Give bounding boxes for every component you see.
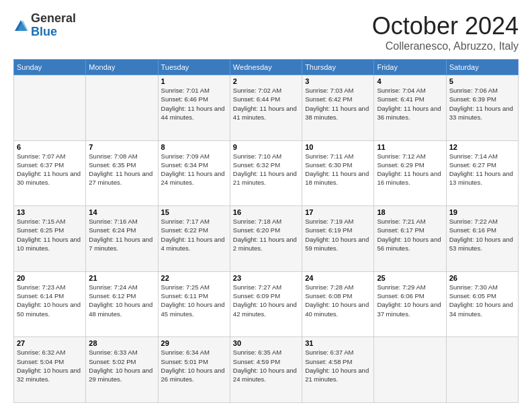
day-info: Sunrise: 6:35 AM Sunset: 4:59 PM Dayligh…	[233, 348, 299, 383]
day-number: 20	[17, 274, 83, 282]
day-number: 5	[449, 77, 515, 85]
day-info: Sunrise: 7:04 AM Sunset: 6:41 PM Dayligh…	[377, 86, 443, 122]
logo-text: General Blue	[31, 12, 76, 39]
calendar-cell: 21Sunrise: 7:24 AM Sunset: 6:12 PM Dayli…	[86, 271, 158, 337]
calendar-cell: 2Sunrise: 7:02 AM Sunset: 6:44 PM Daylig…	[230, 75, 302, 141]
day-number: 21	[89, 274, 154, 282]
day-number: 9	[233, 143, 299, 151]
calendar-cell: 27Sunrise: 6:32 AM Sunset: 5:04 PM Dayli…	[14, 337, 86, 403]
day-info: Sunrise: 7:24 AM Sunset: 6:12 PM Dayligh…	[89, 283, 154, 318]
day-number: 7	[89, 143, 154, 151]
week-row-5: 27Sunrise: 6:32 AM Sunset: 5:04 PM Dayli…	[14, 337, 519, 403]
day-info: Sunrise: 7:25 AM Sunset: 6:11 PM Dayligh…	[161, 283, 227, 318]
calendar-cell: 24Sunrise: 7:28 AM Sunset: 6:08 PM Dayli…	[302, 271, 374, 337]
page: General Blue October 2024 Colleranesco, …	[0, 0, 532, 411]
day-info: Sunrise: 7:09 AM Sunset: 6:34 PM Dayligh…	[161, 152, 227, 187]
day-number: 29	[161, 339, 227, 347]
week-row-1: 1Sunrise: 7:01 AM Sunset: 6:46 PM Daylig…	[14, 75, 519, 141]
calendar-table: Sunday Monday Tuesday Wednesday Thursday…	[13, 59, 519, 403]
calendar-cell: 20Sunrise: 7:23 AM Sunset: 6:14 PM Dayli…	[14, 271, 86, 337]
day-number: 23	[233, 274, 299, 282]
day-number: 6	[17, 143, 83, 151]
calendar-cell: 12Sunrise: 7:14 AM Sunset: 6:27 PM Dayli…	[446, 140, 518, 206]
calendar-cell: 6Sunrise: 7:07 AM Sunset: 6:37 PM Daylig…	[14, 140, 86, 206]
day-number: 18	[377, 208, 443, 216]
day-info: Sunrise: 7:16 AM Sunset: 6:24 PM Dayligh…	[89, 217, 154, 253]
header-saturday: Saturday	[446, 60, 518, 75]
calendar-cell: 11Sunrise: 7:12 AM Sunset: 6:29 PM Dayli…	[374, 140, 446, 206]
day-number: 22	[161, 274, 227, 282]
calendar-cell: 25Sunrise: 7:29 AM Sunset: 6:06 PM Dayli…	[374, 271, 446, 337]
day-info: Sunrise: 7:29 AM Sunset: 6:06 PM Dayligh…	[377, 283, 443, 318]
day-number: 30	[233, 339, 299, 347]
day-number: 3	[305, 77, 371, 85]
day-info: Sunrise: 7:12 AM Sunset: 6:29 PM Dayligh…	[377, 152, 443, 187]
calendar-cell: 28Sunrise: 6:33 AM Sunset: 5:02 PM Dayli…	[86, 337, 158, 403]
calendar-cell: 17Sunrise: 7:19 AM Sunset: 6:19 PM Dayli…	[302, 206, 374, 272]
calendar-cell: 29Sunrise: 6:34 AM Sunset: 5:01 PM Dayli…	[158, 337, 230, 403]
day-info: Sunrise: 7:06 AM Sunset: 6:39 PM Dayligh…	[449, 86, 515, 122]
day-number: 31	[305, 339, 371, 347]
day-number: 4	[377, 77, 443, 85]
header-tuesday: Tuesday	[158, 60, 230, 75]
header-wednesday: Wednesday	[230, 60, 302, 75]
day-number: 2	[233, 77, 299, 85]
title-area: October 2024 Colleranesco, Abruzzo, Ital…	[372, 12, 519, 52]
day-info: Sunrise: 7:08 AM Sunset: 6:35 PM Dayligh…	[89, 152, 154, 187]
day-info: Sunrise: 7:11 AM Sunset: 6:30 PM Dayligh…	[305, 152, 371, 187]
day-number: 15	[161, 208, 227, 216]
month-title: October 2024	[372, 12, 519, 40]
day-info: Sunrise: 7:22 AM Sunset: 6:16 PM Dayligh…	[449, 217, 515, 253]
day-number: 10	[305, 143, 371, 151]
week-row-4: 20Sunrise: 7:23 AM Sunset: 6:14 PM Dayli…	[14, 271, 519, 337]
calendar-cell: 23Sunrise: 7:27 AM Sunset: 6:09 PM Dayli…	[230, 271, 302, 337]
weekday-header-row: Sunday Monday Tuesday Wednesday Thursday…	[14, 60, 519, 75]
day-info: Sunrise: 7:18 AM Sunset: 6:20 PM Dayligh…	[233, 217, 299, 253]
day-info: Sunrise: 6:37 AM Sunset: 4:58 PM Dayligh…	[305, 348, 371, 383]
week-row-3: 13Sunrise: 7:15 AM Sunset: 6:25 PM Dayli…	[14, 206, 519, 272]
day-number: 13	[17, 208, 83, 216]
logo-icon	[13, 19, 28, 34]
calendar-cell: 30Sunrise: 6:35 AM Sunset: 4:59 PM Dayli…	[230, 337, 302, 403]
header-monday: Monday	[86, 60, 158, 75]
calendar-cell: 16Sunrise: 7:18 AM Sunset: 6:20 PM Dayli…	[230, 206, 302, 272]
calendar-cell: 15Sunrise: 7:17 AM Sunset: 6:22 PM Dayli…	[158, 206, 230, 272]
logo-general-text: General	[31, 12, 76, 26]
calendar-cell	[86, 75, 158, 141]
calendar-cell: 7Sunrise: 7:08 AM Sunset: 6:35 PM Daylig…	[86, 140, 158, 206]
day-number: 16	[233, 208, 299, 216]
day-number: 28	[89, 339, 154, 347]
day-info: Sunrise: 7:19 AM Sunset: 6:19 PM Dayligh…	[305, 217, 371, 253]
day-info: Sunrise: 7:23 AM Sunset: 6:14 PM Dayligh…	[17, 283, 83, 318]
header-friday: Friday	[374, 60, 446, 75]
calendar-cell: 31Sunrise: 6:37 AM Sunset: 4:58 PM Dayli…	[302, 337, 374, 403]
day-info: Sunrise: 7:17 AM Sunset: 6:22 PM Dayligh…	[161, 217, 227, 253]
day-number: 25	[377, 274, 443, 282]
day-info: Sunrise: 7:15 AM Sunset: 6:25 PM Dayligh…	[17, 217, 83, 253]
logo-blue-text: Blue	[31, 26, 76, 39]
calendar-cell: 26Sunrise: 7:30 AM Sunset: 6:05 PM Dayli…	[446, 271, 518, 337]
calendar-cell: 4Sunrise: 7:04 AM Sunset: 6:41 PM Daylig…	[374, 75, 446, 141]
day-info: Sunrise: 7:02 AM Sunset: 6:44 PM Dayligh…	[233, 86, 299, 122]
calendar-cell	[374, 337, 446, 403]
day-number: 8	[161, 143, 227, 151]
day-info: Sunrise: 6:34 AM Sunset: 5:01 PM Dayligh…	[161, 348, 227, 383]
calendar-cell: 19Sunrise: 7:22 AM Sunset: 6:16 PM Dayli…	[446, 206, 518, 272]
day-info: Sunrise: 6:33 AM Sunset: 5:02 PM Dayligh…	[89, 348, 154, 383]
week-row-2: 6Sunrise: 7:07 AM Sunset: 6:37 PM Daylig…	[14, 140, 519, 206]
day-number: 27	[17, 339, 83, 347]
day-info: Sunrise: 7:27 AM Sunset: 6:09 PM Dayligh…	[233, 283, 299, 318]
calendar-cell: 3Sunrise: 7:03 AM Sunset: 6:42 PM Daylig…	[302, 75, 374, 141]
day-number: 26	[449, 274, 515, 282]
calendar-cell: 8Sunrise: 7:09 AM Sunset: 6:34 PM Daylig…	[158, 140, 230, 206]
calendar-cell: 10Sunrise: 7:11 AM Sunset: 6:30 PM Dayli…	[302, 140, 374, 206]
day-number: 14	[89, 208, 154, 216]
calendar-cell	[14, 75, 86, 141]
calendar-cell: 22Sunrise: 7:25 AM Sunset: 6:11 PM Dayli…	[158, 271, 230, 337]
location-title: Colleranesco, Abruzzo, Italy	[372, 40, 519, 52]
calendar-cell: 14Sunrise: 7:16 AM Sunset: 6:24 PM Dayli…	[86, 206, 158, 272]
header-thursday: Thursday	[302, 60, 374, 75]
header-sunday: Sunday	[14, 60, 86, 75]
day-number: 24	[305, 274, 371, 282]
calendar-cell: 13Sunrise: 7:15 AM Sunset: 6:25 PM Dayli…	[14, 206, 86, 272]
